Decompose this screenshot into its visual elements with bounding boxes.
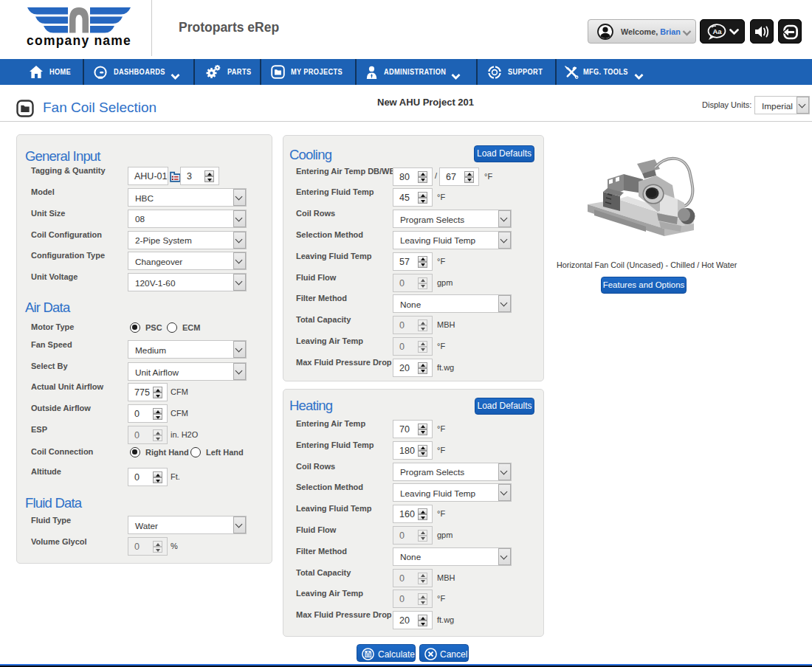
- svg-text:Aa: Aa: [712, 27, 722, 35]
- svg-text:company name: company name: [27, 33, 131, 48]
